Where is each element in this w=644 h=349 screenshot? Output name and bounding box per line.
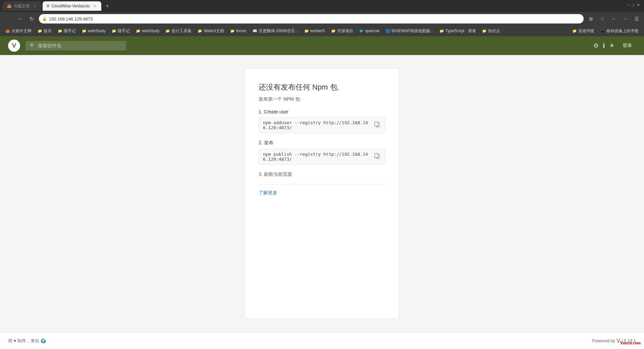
bookmark-opensource[interactable]: 📁 开源项目 (328, 27, 356, 35)
tab-bar: 🦊 火狐主页 ✕ V CloudWise-Verdaccio ✕ + ─ □ ✕ (0, 0, 644, 12)
folder-icon: 📁 (439, 29, 444, 33)
window-minimize[interactable]: ─ (627, 3, 630, 7)
bookmark-label: 火狐中文网 (11, 28, 32, 34)
bookmark-icon[interactable]: ☆ (598, 14, 607, 23)
nav-bar: ← → ↻ 🔒 192.168.146.129:4873 ⊞ ☆ ← → ☰ (0, 12, 644, 26)
bookmark-firefox[interactable]: 🦊 火狐中文网 (3, 27, 34, 35)
step1-title: 1. Create user (259, 109, 385, 114)
step2-command-row: npm publish --registry http://192.168.14… (259, 149, 385, 165)
bookmark-webui[interactable]: 📁 WebUI文档 (195, 27, 226, 35)
window-controls: ─ □ ✕ (627, 3, 640, 7)
empty-state-card: 还没有发布任何 Npm 包. 发布第一个 NPM 包: 1. Create us… (245, 68, 399, 319)
empty-title: 还没有发布任何 Npm 包. (259, 82, 385, 92)
folder-icon: 📁 (304, 29, 309, 33)
app-container: V 🔍 ⚙ ℹ ☀ 登录 还没有发布任何 Npm 包. 发布第一个 NPM 包:… (0, 36, 644, 349)
tab-close-btn[interactable]: ✕ (32, 3, 37, 9)
sparrow-icon: 🐦 (359, 29, 364, 33)
bookmark-suishoji[interactable]: 📁 随手记 (55, 27, 78, 35)
watermark: Yuucn.com (620, 340, 641, 346)
bookmark-label: TypeScript · 请雀 (445, 28, 476, 34)
footer-globe-icon: 🌍 (41, 338, 46, 343)
svg-rect-3 (375, 153, 378, 158)
bookmark-webstudy[interactable]: 📁 webStudy (79, 28, 108, 34)
bookmark-bigemap[interactable]: 🌐 BIGEMAP高线地图服... (383, 27, 436, 35)
forward-button[interactable]: → (15, 14, 24, 23)
settings-icon[interactable]: ⚙ (593, 42, 599, 49)
bookmark-label: 娱乐 (44, 28, 52, 34)
browser-chrome: 🦊 火狐主页 ✕ V CloudWise-Verdaccio ✕ + ─ □ ✕… (0, 0, 644, 36)
bookmarks-bar: 🦊 火狐中文网 📁 娱乐 📁 随手记 📁 webStudy 📁 随手记 📁 we… (0, 26, 644, 36)
bookmark-knowledge[interactable]: 📁 知识点 (479, 27, 503, 35)
step1-command: npm adduser --registry http://192.168.14… (263, 120, 373, 130)
step1-copy-button[interactable] (373, 121, 381, 130)
folder-icon: 📁 (58, 29, 62, 33)
bookmark-design[interactable]: 📁 设计工具集 (163, 27, 194, 35)
step2-title: 2. 发布 (259, 140, 385, 146)
address-bar[interactable]: 🔒 192.168.146.129:4873 (39, 14, 584, 23)
bookmark-label: 设计工具集 (171, 28, 192, 34)
nav-menu-button[interactable]: ☰ (632, 14, 641, 23)
bookmark-sparrow[interactable]: 🐦 sparrow (357, 28, 382, 34)
app-footer: 用 ♥ 制作，来自 🌍 Powered by V / 5.19.1 (0, 332, 644, 349)
folder-icon: 📁 (112, 29, 116, 33)
svg-rect-1 (375, 122, 378, 126)
folder-icon: 📁 (572, 29, 577, 33)
new-tab-button[interactable]: + (103, 1, 112, 11)
translate-icon[interactable]: ⊞ (586, 14, 596, 23)
tab-firefox-home[interactable]: 🦊 火狐主页 ✕ (3, 1, 41, 11)
tab-close-active-btn[interactable]: ✕ (92, 3, 97, 9)
bookmark-yule[interactable]: 📁 娱乐 (35, 27, 54, 35)
window-restore[interactable]: □ (632, 3, 635, 7)
bookmark-baidu-translate[interactable]: 📖 百度翻译-200种语言... (250, 27, 301, 35)
step1-command-row: npm adduser --registry http://192.168.14… (259, 117, 385, 133)
map-bookmark-icon: 🌐 (385, 29, 390, 33)
app-logo[interactable]: V (8, 40, 20, 52)
theme-icon[interactable]: ☀ (609, 42, 614, 49)
bookmark-workers[interactable]: 📁 workerS (302, 28, 328, 34)
bookmark-other[interactable]: 📁 其他书签 (570, 27, 597, 35)
login-button[interactable]: 登录 (619, 41, 636, 51)
learn-more-link[interactable]: 了解更多 (259, 190, 277, 195)
bookmark-label: 百度翻译-200种语言... (259, 28, 298, 34)
address-text: 192.168.146.129:4873 (49, 16, 580, 21)
lock-icon: 🔒 (42, 17, 47, 21)
bookmark-label: webStudy (88, 29, 106, 33)
bookmark-label: forum (236, 29, 247, 33)
tab-label: 火狐主页 (14, 3, 30, 9)
header-right: ⚙ ℹ ☀ 登录 (593, 41, 636, 51)
back-button[interactable]: ← (3, 14, 12, 23)
folder-icon: 📁 (136, 29, 141, 33)
refresh-button[interactable]: ↻ (27, 14, 36, 23)
tab-favicon: 🦊 (7, 4, 12, 8)
bookmark-label: 其他书签 (578, 28, 594, 34)
bookmark-label: sparrow (365, 29, 380, 33)
bookmark-label: BIGEMAP高线地图服... (391, 28, 433, 34)
bookmark-forum[interactable]: 📁 forum (227, 28, 249, 34)
tab-favicon-v: V (47, 4, 49, 8)
step2-copy-button[interactable] (373, 152, 381, 161)
bookmark-suishoji2[interactable]: 📁 随手记 (109, 27, 132, 35)
bookmark-mobile[interactable]: 📱 移动设备上的书签 (598, 27, 641, 35)
firefox-bookmark-icon: 🦊 (5, 29, 10, 33)
window-close[interactable]: ✕ (637, 3, 640, 7)
bookmark-label: 开源项目 (337, 28, 353, 34)
divider (259, 184, 385, 185)
nav-arrow-left[interactable]: ← (609, 14, 619, 23)
main-content: 还没有发布任何 Npm 包. 发布第一个 NPM 包: 1. Create us… (0, 55, 644, 332)
folder-icon: 📁 (230, 29, 235, 33)
step3-refresh-link[interactable]: 3. 刷新当前页面 (259, 171, 385, 178)
search-input[interactable] (38, 43, 122, 48)
bookmark-typescript[interactable]: 📁 TypeScript · 请雀 (437, 27, 479, 35)
subtitle: 发布第一个 NPM 包: (259, 96, 385, 102)
bookmark-label: workerS (310, 29, 325, 33)
footer-left: 用 ♥ 制作，来自 🌍 (8, 338, 46, 344)
mobile-icon: 📱 (600, 29, 605, 33)
tab-verdaccio[interactable]: V CloudWise-Verdaccio ✕ (43, 1, 101, 11)
bookmark-label: WebUI文档 (204, 28, 224, 34)
app-search-container: 🔍 (25, 41, 126, 50)
info-icon[interactable]: ℹ (603, 42, 605, 49)
bookmark-webstudy2[interactable]: 📁 webStudy (133, 28, 162, 34)
nav-arrow-right[interactable]: → (621, 14, 630, 23)
bookmark-label: 随手记 (118, 28, 130, 34)
folder-icon: 📁 (331, 29, 336, 33)
